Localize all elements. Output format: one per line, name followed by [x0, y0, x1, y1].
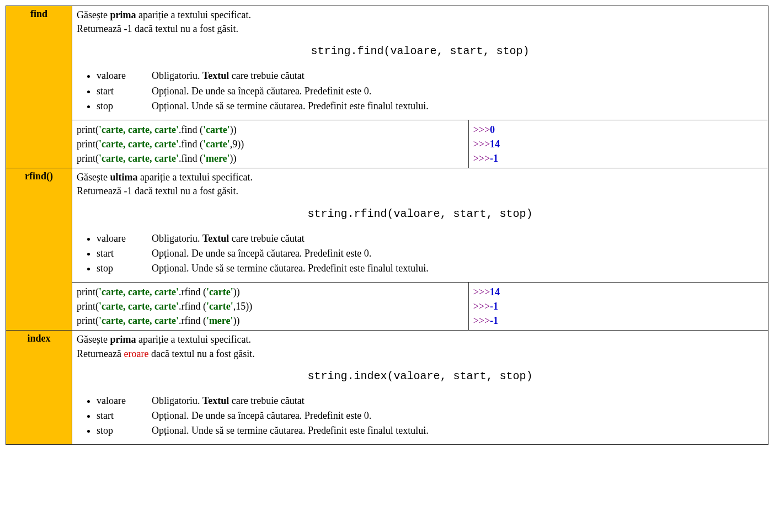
string-literal: 'carte' [203, 124, 230, 135]
text: )) [230, 124, 237, 135]
output-value: 14 [490, 286, 500, 297]
code-line: print('carte, carte, carte'.find ('mere'… [77, 151, 464, 166]
text-bold: prima [110, 334, 136, 345]
param-name: start [97, 247, 152, 260]
text: apariție a textului specificat. [136, 334, 250, 345]
param-item: stopOpțional. Unde să se termine căutare… [97, 99, 764, 113]
prompt-chevrons: >>> [473, 315, 490, 326]
param-item: stopOpțional. Unde să se termine căutare… [97, 424, 764, 438]
text: care trebuie căutat [229, 233, 304, 244]
text-bold: prima [110, 9, 136, 20]
text: Găsește [77, 334, 110, 345]
text: .find ( [179, 153, 203, 164]
prompt-chevrons: >>> [473, 153, 490, 164]
string-literal: 'mere' [206, 315, 233, 326]
method-desc-cell: Găsește ultima apariție a textului speci… [72, 168, 768, 283]
example-output-cell: >>>0>>>14>>>-1 [468, 120, 768, 168]
text-bold: Textul [202, 70, 229, 81]
text: Opțional. De unde sa începă căutarea. Pr… [152, 248, 371, 259]
output-value: -1 [490, 301, 498, 312]
string-literal: 'carte' [203, 139, 230, 150]
param-name: start [97, 84, 152, 98]
string-literal: 'carte, carte, carte' [99, 286, 179, 297]
text: Obligatoriu. [152, 70, 202, 81]
method-signature: string.rfind(valoare, start, stop) [77, 206, 764, 222]
desc-line: Găsește prima apariție a textului specif… [77, 8, 764, 22]
output-line: >>>-1 [473, 313, 764, 328]
text: Obligatoriu. [152, 233, 202, 244]
param-list: valoareObligatoriu. Textul care trebuie … [97, 232, 764, 276]
desc-line: Returnează -1 dacă textul nu a fost găsi… [77, 22, 764, 36]
method-name-cell: find [6, 6, 72, 168]
output-line: >>>-1 [473, 151, 764, 166]
desc-line: Returnează -1 dacă textul nu a fost găsi… [77, 184, 764, 198]
text: Găsește [77, 172, 110, 183]
text: care trebuie căutat [229, 395, 304, 406]
method-desc-cell: Găsește prima apariție a textului specif… [72, 6, 768, 120]
text: .find ( [179, 139, 203, 150]
text: Găsește [77, 9, 110, 20]
param-item: valoareObligatoriu. Textul care trebuie … [97, 394, 764, 408]
param-item: startOpțional. De unde sa începă căutare… [97, 247, 764, 260]
code-line: print('carte, carte, carte'.find ('carte… [77, 123, 464, 137]
param-name: stop [97, 424, 152, 438]
output-line: >>>0 [473, 123, 764, 137]
text: Opțional. Unde să se termine căutarea. P… [152, 100, 429, 111]
text: .rfind ( [179, 286, 206, 297]
param-item: stopOpțional. Unde să se termine căutare… [97, 262, 764, 275]
param-name: valoare [97, 394, 152, 408]
text-error: eroare [124, 348, 148, 359]
text: Opțional. Unde să se termine căutarea. P… [152, 263, 429, 274]
text: .rfind ( [179, 315, 206, 326]
string-literal: 'mere' [203, 153, 230, 164]
text: print( [77, 124, 99, 135]
text: dacă textul nu a fost găsit. [148, 348, 254, 359]
text: print( [77, 153, 99, 164]
string-literal: 'carte' [206, 286, 233, 297]
text: apariție a textului specificat. [136, 9, 250, 20]
text: Obligatoriu. [152, 395, 202, 406]
param-item: valoareObligatoriu. Textul care trebuie … [97, 69, 764, 83]
text: Returnează [77, 348, 124, 359]
text: ,15)) [233, 301, 253, 312]
method-name-cell: index [6, 331, 72, 445]
string-literal: 'carte, carte, carte' [99, 139, 179, 150]
code-line: print('carte, carte, carte'.rfind ('mere… [77, 313, 464, 328]
text: print( [77, 315, 99, 326]
text: ,9)) [230, 139, 244, 150]
example-code-cell: print('carte, carte, carte'.rfind ('cart… [72, 283, 469, 331]
text-bold: Textul [202, 233, 229, 244]
desc-line: Găsește ultima apariție a textului speci… [77, 171, 764, 184]
code-line: print('carte, carte, carte'.rfind ('cart… [77, 285, 464, 299]
method-desc-cell: Găsește prima apariție a textului specif… [72, 331, 768, 445]
text: .rfind ( [179, 301, 206, 312]
method-reference-table: findGăsește prima apariție a textului sp… [6, 6, 768, 445]
output-value: 14 [490, 139, 500, 150]
text: Opțional. Unde să se termine căutarea. P… [152, 425, 429, 436]
param-item: startOpțional. De unde sa începă căutare… [97, 409, 764, 423]
example-output-cell: >>>14>>>-1>>>-1 [468, 283, 768, 331]
text-bold: ultima [110, 172, 137, 183]
param-list: valoareObligatoriu. Textul care trebuie … [97, 69, 764, 113]
text: .find ( [179, 124, 203, 135]
string-literal: 'carte, carte, carte' [99, 153, 179, 164]
string-literal: 'carte, carte, carte' [99, 315, 179, 326]
param-name: valoare [97, 69, 152, 83]
method-name-cell: rfind() [6, 168, 72, 331]
param-item: startOpțional. De unde sa începă căutare… [97, 84, 764, 98]
output-line: >>>14 [473, 285, 764, 299]
output-value: -1 [490, 153, 498, 164]
param-list: valoareObligatoriu. Textul care trebuie … [97, 394, 764, 438]
param-name: stop [97, 262, 152, 275]
param-name: start [97, 409, 152, 423]
text: print( [77, 286, 99, 297]
text: Returnează -1 dacă textul nu a fost găsi… [77, 185, 238, 196]
text: apariție a textului specificat. [138, 172, 253, 183]
text: print( [77, 301, 99, 312]
example-code-cell: print('carte, carte, carte'.find ('carte… [72, 120, 469, 168]
text: Returnează -1 dacă textul nu a fost găsi… [77, 23, 238, 34]
string-literal: 'carte, carte, carte' [99, 124, 179, 135]
param-name: stop [97, 99, 152, 113]
string-literal: 'carte, carte, carte' [99, 301, 179, 312]
param-name: valoare [97, 232, 152, 246]
